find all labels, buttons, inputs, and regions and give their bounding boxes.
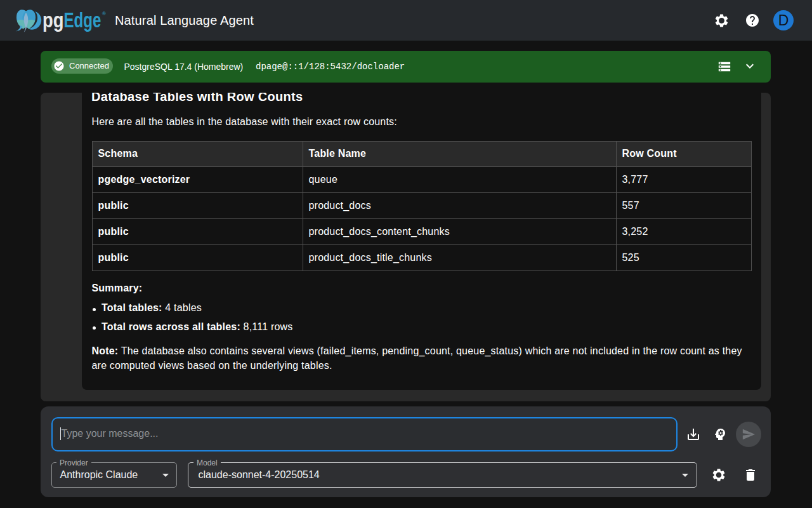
svg-text:®: ® [102,11,106,17]
svg-text:pg: pg [43,8,64,32]
svg-text:Edge: Edge [64,8,102,32]
